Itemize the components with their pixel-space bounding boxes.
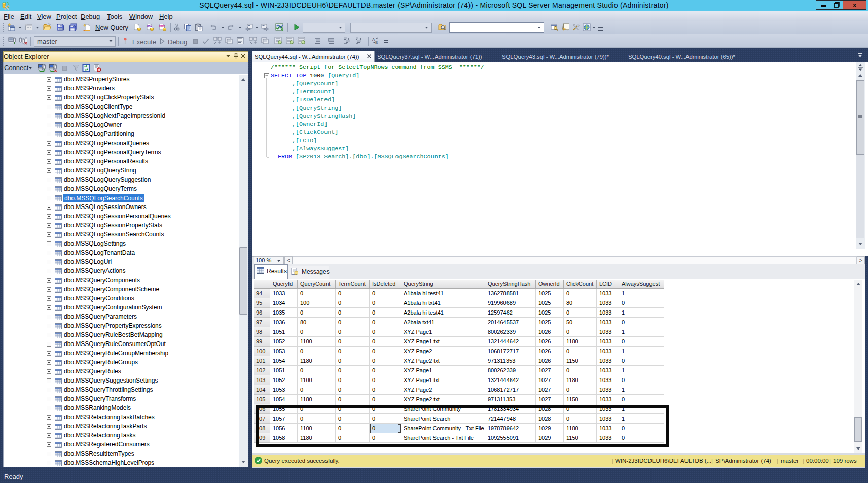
- svg-text:B: B: [375, 40, 378, 45]
- svg-text:DMX: DMX: [159, 25, 165, 28]
- svg-text:MDX: MDX: [147, 25, 153, 28]
